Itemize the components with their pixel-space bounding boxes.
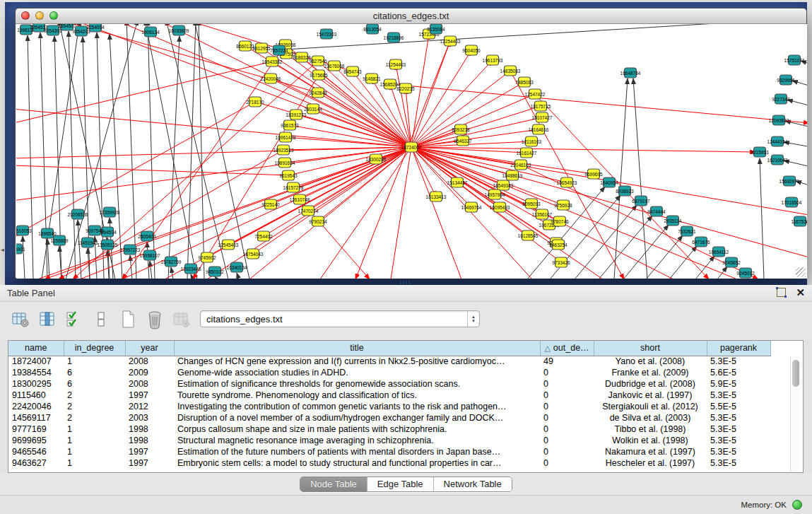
graph-node[interactable]: 7632621 [678, 226, 696, 236]
table-row[interactable]: 946554611997Estimation of the future num… [8, 446, 803, 457]
graph-edge[interactable] [16, 109, 411, 147]
graph-node[interactable]: 8813054 [363, 24, 382, 34]
graph-edge[interactable] [191, 274, 193, 279]
graph-node[interactable]: 16128545 [518, 230, 539, 240]
graph-node[interactable]: 12923448 [181, 264, 201, 274]
graph-node[interactable]: 1640954 [600, 177, 618, 187]
graph-edge[interactable] [411, 147, 737, 279]
graph-node[interactable]: 10469764 [461, 202, 482, 212]
graph-node[interactable]: 6471676 [692, 237, 710, 247]
graph-node[interactable]: 17016504 [782, 197, 802, 207]
graph-edge[interactable] [166, 24, 228, 279]
graph-edge[interactable] [115, 24, 411, 147]
table-row[interactable]: 969969511998Structural magnetic resonanc… [8, 435, 803, 446]
graph-node[interactable]: 10107427 [532, 112, 553, 122]
selector-stepper-icon[interactable]: ▲▼ [467, 311, 479, 327]
graph-node[interactable]: 9733426 [552, 257, 570, 267]
tab-node-table[interactable]: Node Table [300, 477, 367, 491]
graph-edge[interactable] [390, 84, 807, 123]
network-graph[interactable]: 8660123891295518226058982750316543382818… [16, 24, 807, 279]
column-header-short[interactable]: short [594, 341, 707, 356]
graph-node[interactable]: 16648784 [620, 68, 641, 78]
graph-edge[interactable] [760, 158, 764, 279]
graph-node[interactable]: 16958107 [140, 250, 160, 260]
graph-edge[interactable] [510, 71, 624, 279]
select-columns-icon[interactable] [65, 309, 83, 330]
graph-edge[interactable] [126, 24, 136, 279]
panel-splitter-grip[interactable] [400, 281, 410, 284]
column-header-pagerank[interactable]: pagerank [707, 341, 770, 356]
graph-edge[interactable] [171, 267, 173, 279]
graph-node[interactable]: 9175685 [310, 70, 328, 80]
graph-node[interactable]: 8215953 [751, 147, 769, 157]
graph-node[interactable]: 17359928 [100, 207, 120, 217]
table-row[interactable]: 977716911998Corpus callosum shape and si… [8, 424, 803, 435]
graph-edge[interactable] [47, 239, 49, 279]
graph-node[interactable]: 7254402 [254, 231, 273, 241]
graph-edge[interactable] [717, 267, 727, 279]
graph-edge[interactable] [187, 24, 196, 279]
graph-edge[interactable] [237, 273, 239, 279]
graph-node[interactable]: 12116103 [522, 136, 542, 146]
graph-node[interactable]: 15654923 [557, 177, 577, 187]
graph-node[interactable]: 16340134 [227, 262, 247, 272]
float-panel-icon[interactable] [777, 288, 786, 297]
graph-node[interactable]: 8454743 [343, 66, 362, 76]
graph-edge[interactable] [28, 35, 33, 279]
graph-node[interactable]: 1167533 [792, 216, 807, 226]
graph-edge[interactable] [69, 31, 76, 279]
graph-node[interactable]: 15472303 [317, 29, 337, 39]
graph-node[interactable]: 9450102 [206, 267, 224, 276]
tab-edge-table[interactable]: Edge Table [367, 477, 434, 491]
graph-edge[interactable] [16, 147, 411, 158]
graph-edge[interactable] [40, 33, 47, 279]
graph-edge[interactable] [614, 78, 628, 279]
table-scrollbar-thumb[interactable] [792, 360, 799, 387]
graph-edge[interactable] [80, 147, 411, 279]
table-row[interactable]: 1938455462009Genome-wide association stu… [8, 367, 803, 378]
table-row[interactable]: 1456911722003Disruption of a novel membe… [8, 412, 803, 424]
graph-node[interactable]: 9619543 [279, 170, 298, 180]
network-canvas[interactable]: 8660123891295518226058982750316543382818… [16, 24, 807, 279]
graph-edge[interactable] [633, 78, 647, 279]
graph-node[interactable]: 9361573 [281, 120, 299, 130]
column-header-year[interactable]: year [125, 341, 174, 356]
graph-node[interactable]: 1156869 [51, 235, 69, 245]
graph-node[interactable]: 2935114 [664, 216, 682, 226]
column-header-out_degree[interactable]: △out_de… [540, 341, 594, 356]
graph-node[interactable]: 18175715 [531, 101, 551, 111]
graph-edge[interactable] [787, 100, 807, 106]
graph-node[interactable]: 8095093 [522, 199, 541, 209]
graph-node[interactable]: 16210643 [767, 155, 788, 165]
graph-node[interactable]: 17470274 [298, 206, 319, 216]
column-header-in_degree[interactable]: in_degree [64, 341, 125, 356]
table-row[interactable]: 911546021997Tourette syndrome. Phenomeno… [8, 390, 803, 401]
network-window-titlebar[interactable]: citations_edges.txt [16, 8, 806, 24]
graph-node[interactable]: 6879197 [632, 196, 650, 206]
show-columns-icon[interactable] [38, 309, 57, 330]
graph-edge[interactable] [150, 261, 152, 279]
graph-node[interactable]: 9474444 [647, 206, 666, 216]
table-row[interactable]: 1830029562008Estimation of significance … [8, 378, 803, 390]
graph-node[interactable]: 7485083 [515, 77, 534, 87]
graph-node[interactable]: 8938923 [616, 186, 634, 196]
minimize-window-icon[interactable] [35, 11, 44, 20]
graph-node[interactable]: 3915901 [16, 244, 25, 254]
close-window-icon[interactable] [21, 11, 30, 20]
graph-node[interactable]: 18923513 [273, 145, 294, 155]
graph-node[interactable]: 9146821 [363, 74, 381, 83]
graph-node[interactable]: 12444154 [767, 136, 788, 146]
graph-node[interactable]: 15751074 [784, 55, 805, 65]
graph-node[interactable]: 16161427 [517, 148, 537, 158]
graph-node[interactable]: 8660123 [236, 41, 254, 51]
graph-node[interactable]: 1906134 [141, 27, 160, 37]
graph-node[interactable]: 8135084 [427, 24, 445, 34]
graph-node[interactable]: 18164616 [529, 124, 549, 134]
graph-node[interactable]: 12254403 [440, 36, 461, 46]
network-table-selector[interactable]: citations_edges.txt ▲▼ [200, 310, 480, 327]
zoom-window-icon[interactable] [49, 11, 58, 20]
graph-node[interactable]: 12547422 [525, 89, 546, 99]
graph-node[interactable]: 2718170 [246, 97, 264, 107]
row-cells-icon[interactable] [92, 309, 110, 330]
graph-node[interactable]: 14835083 [500, 66, 521, 76]
